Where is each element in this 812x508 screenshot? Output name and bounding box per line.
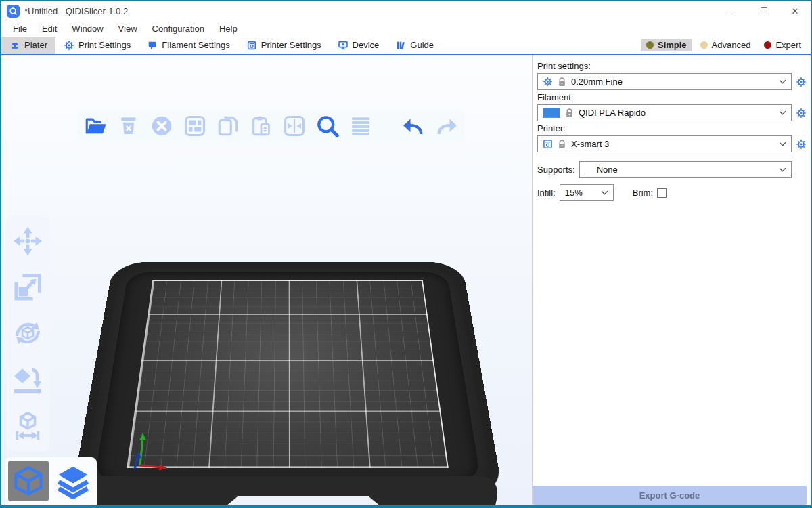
- copy-icon[interactable]: [215, 113, 241, 139]
- tab-printer-settings[interactable]: Printer Settings: [238, 37, 330, 54]
- export-gcode-button[interactable]: Export G-code: [533, 486, 807, 505]
- gear-icon: [64, 40, 74, 51]
- minimize-button[interactable]: –: [717, 1, 748, 21]
- device-icon: [338, 40, 348, 51]
- split-to-objects-icon[interactable]: [281, 113, 307, 139]
- expert-dot-icon: [764, 41, 771, 49]
- tab-label: Plater: [24, 40, 47, 50]
- tab-guide[interactable]: Guide: [387, 37, 442, 54]
- printer-label: Printer:: [537, 123, 807, 133]
- supports-label: Supports:: [537, 165, 575, 175]
- chevron-down-icon: [779, 142, 786, 146]
- print-settings-value: 0.20mm Fine: [571, 77, 623, 87]
- 3d-viewport[interactable]: [1, 55, 532, 505]
- tab-plater[interactable]: Plater: [1, 37, 55, 54]
- gizmo-toolbar: [6, 215, 49, 451]
- mode-expert[interactable]: Expert: [759, 39, 807, 51]
- print-settings-label: Print settings:: [537, 61, 807, 71]
- tab-label: Guide: [410, 40, 434, 50]
- tab-device[interactable]: Device: [330, 37, 388, 54]
- advanced-dot-icon: [700, 41, 708, 49]
- menu-edit[interactable]: Edit: [35, 21, 64, 37]
- measure-tool-icon[interactable]: [12, 408, 44, 443]
- maximize-icon: [761, 7, 767, 14]
- move-tool-icon[interactable]: [12, 224, 44, 259]
- simple-dot-icon: [646, 41, 654, 49]
- paste-icon[interactable]: [248, 113, 274, 139]
- infill-label: Infill:: [537, 188, 556, 198]
- place-on-face-tool-icon[interactable]: [12, 362, 44, 397]
- printer-icon: [543, 139, 553, 149]
- preview-view-button[interactable]: [53, 461, 93, 501]
- tab-label: Printer Settings: [261, 40, 321, 50]
- cube-icon: [11, 463, 46, 499]
- window-title: *Untitled - QIDISlicer-1.0.2: [24, 6, 128, 16]
- mode-simple[interactable]: Simple: [641, 39, 692, 51]
- mode-label: Advanced: [712, 40, 751, 50]
- plater-icon: [9, 40, 20, 51]
- chevron-down-icon: [779, 79, 786, 84]
- tab-bar: Plater Print Settings Filament Settings …: [1, 37, 811, 55]
- menu-file[interactable]: File: [5, 21, 35, 37]
- filament-value: QIDI PLA Rapido: [579, 108, 646, 118]
- mode-label: Simple: [658, 40, 687, 50]
- mode-selector: Simple Advanced Expert: [641, 37, 811, 54]
- open-project-icon[interactable]: [83, 113, 108, 139]
- supports-value: None: [585, 165, 618, 175]
- 3d-editor-view-button[interactable]: [8, 461, 49, 501]
- menu-view[interactable]: View: [111, 21, 145, 37]
- object-toolbar: [77, 110, 465, 142]
- lock-icon: [558, 140, 566, 149]
- mode-advanced[interactable]: Advanced: [695, 39, 757, 51]
- lock-icon: [565, 108, 574, 118]
- menu-window[interactable]: Window: [64, 21, 110, 37]
- close-button[interactable]: ✕: [780, 1, 811, 21]
- arrange-icon[interactable]: [182, 113, 208, 139]
- tab-print-settings[interactable]: Print Settings: [55, 37, 139, 54]
- brim-checkbox[interactable]: [657, 188, 667, 198]
- chevron-down-icon: [779, 110, 786, 115]
- gear-icon: [543, 77, 553, 87]
- infill-value: 15%: [565, 188, 583, 198]
- menu-help[interactable]: Help: [212, 21, 245, 37]
- chevron-down-icon: [601, 190, 608, 195]
- infill-dropdown[interactable]: 15%: [560, 184, 614, 201]
- print-settings-gear-button[interactable]: [795, 76, 807, 87]
- delete-all-icon[interactable]: [149, 113, 175, 139]
- delete-icon[interactable]: [116, 113, 141, 139]
- mode-label: Expert: [775, 40, 801, 50]
- chevron-down-icon: [779, 167, 786, 172]
- print-bed: [71, 205, 504, 505]
- filament-color-swatch: [543, 108, 560, 118]
- maximize-button[interactable]: [748, 1, 780, 21]
- variable-layer-height-icon[interactable]: [348, 113, 374, 139]
- app-window: *Untitled - QIDISlicer-1.0.2 – ✕ File Ed…: [0, 0, 812, 508]
- tab-label: Device: [353, 40, 380, 50]
- print-settings-dropdown[interactable]: 0.20mm Fine: [537, 73, 792, 90]
- lock-icon: [558, 77, 566, 87]
- printer-value: X-smart 3: [571, 139, 609, 149]
- gear-icon: [796, 139, 807, 150]
- filament-gear-button[interactable]: [795, 107, 807, 119]
- scale-tool-icon[interactable]: [12, 270, 44, 305]
- sidebar: Print settings: 0.20mm Fine Filament:: [532, 55, 811, 505]
- printer-dropdown[interactable]: X-smart 3: [537, 135, 792, 152]
- redo-icon[interactable]: [434, 113, 459, 139]
- gear-icon: [796, 77, 807, 87]
- print-bed-handle-notch: [215, 496, 392, 505]
- undo-icon[interactable]: [401, 113, 426, 139]
- printer-icon: [246, 40, 257, 51]
- printer-gear-button[interactable]: [795, 138, 807, 150]
- search-icon[interactable]: [315, 113, 340, 139]
- rotate-tool-icon[interactable]: [12, 316, 44, 351]
- layers-icon: [55, 463, 91, 499]
- filament-dropdown[interactable]: QIDI PLA Rapido: [537, 104, 792, 121]
- supports-dropdown[interactable]: None: [579, 161, 792, 178]
- filament-label: Filament:: [537, 92, 807, 102]
- menu-bar: File Edit Window View Configuration Help: [1, 21, 811, 37]
- menu-configuration[interactable]: Configuration: [145, 21, 212, 37]
- filament-icon: [147, 40, 158, 51]
- app-logo-icon: [7, 5, 20, 18]
- gear-icon: [796, 108, 807, 119]
- tab-filament-settings[interactable]: Filament Settings: [139, 37, 238, 54]
